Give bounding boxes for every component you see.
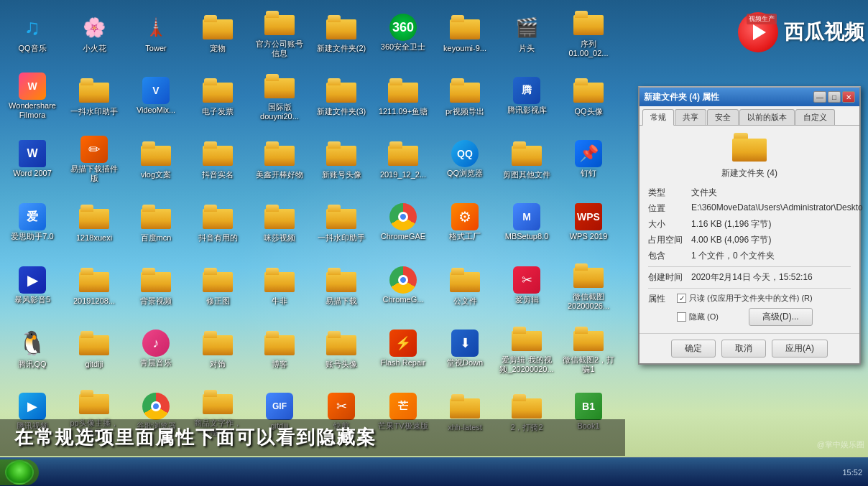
icon-keyoumi[interactable]: keyoumi-9... xyxy=(436,4,494,62)
icon-yishuiprint2[interactable]: 一抖水印助手 xyxy=(313,193,370,252)
icon-label-beijing-video: 背景视频 xyxy=(140,296,172,306)
xigua-logo[interactable]: 视频生产 西瓜视频 xyxy=(738,12,864,52)
icon-label-piantou: 片头 xyxy=(519,44,535,53)
icon-piantou[interactable]: 🎬 片头 xyxy=(498,4,555,62)
icon-official[interactable]: 官方公司账号信息 xyxy=(251,4,308,62)
dialog-value-location: E:\360MoveData\Users\Administrator\Deskt… xyxy=(691,202,863,215)
dialog-row-location: 位置 E:\360MoveData\Users\Administrator\De… xyxy=(648,202,851,215)
icon-360[interactable]: 360 360安全卫士 xyxy=(374,4,432,62)
icon-lielie[interactable]: 序列01.00_02... xyxy=(560,4,617,62)
dialog-advanced-button[interactable]: 高级(D)... xyxy=(749,308,813,326)
icon-label-yishui: 一抖水印助手 xyxy=(70,107,118,116)
icon-baidumcn[interactable]: 百度mcn xyxy=(127,193,185,252)
icon-label-baidumcn: 百度mcn xyxy=(141,233,172,243)
dialog-max-button[interactable]: □ xyxy=(828,91,841,103)
icon-1211[interactable]: 1211.09+鱼塘 xyxy=(374,67,432,126)
icon-qq-browser[interactable]: QQ QQ浏览器 xyxy=(436,130,494,189)
dialog-tab-general[interactable]: 常规 xyxy=(642,109,674,126)
dialog-tab-security[interactable]: 安全 xyxy=(707,109,739,125)
dialog-folder-icon xyxy=(732,133,767,162)
dialog-row-size: 大小 1.16 KB (1,196 字节) xyxy=(648,218,851,230)
desktop: ♫ QQ音乐 🌸 小火花 🗼 Tower 宠物 官方公司账号信息 新建文件夹(2… xyxy=(0,0,868,486)
icon-dianzi[interactable]: 电子发票 xyxy=(189,67,246,126)
dialog-min-button[interactable]: — xyxy=(813,91,826,103)
dialog-value-size: 1.16 KB (1,196 字节) xyxy=(691,218,851,230)
icon-chongwu[interactable]: 宠物 xyxy=(189,4,246,62)
icon-gongwenj[interactable]: 公文件 xyxy=(436,256,494,315)
icon-label-tengxunqq: 腾讯QQ xyxy=(18,360,46,369)
icon-label-yishuiprint2: 一抖水印助手 xyxy=(318,233,365,243)
dialog-divider xyxy=(648,266,851,267)
icon-label-aicaijian: 爱剪辑 xyxy=(515,295,539,304)
icon-videomix[interactable]: V VideoMix... xyxy=(127,67,185,126)
dialog-tabs: 常规 共享 安全 以前的版本 自定义 xyxy=(640,106,859,126)
xigua-play-icon xyxy=(753,24,766,40)
icon-aicaijian2[interactable]: 爱剪辑·我的视频_20200020... xyxy=(498,319,555,378)
icon-meishi[interactable]: 咪莎视频 xyxy=(251,193,308,252)
icon-1218xuexi[interactable]: 1218xuexi xyxy=(65,193,123,252)
icon-weixin-2[interactable]: 微信截图20200026... xyxy=(560,256,617,315)
icon-geshi[interactable]: ⚙ 格式工厂 xyxy=(436,193,494,252)
dialog-tab-share[interactable]: 共享 xyxy=(675,109,706,125)
icon-weixin-3[interactable]: 微信截图2，打骗1 xyxy=(560,319,617,378)
icon-yimiao-dl[interactable]: 易描下载 xyxy=(313,256,370,315)
icon-qq-avatar[interactable]: QQ头像 xyxy=(560,67,617,126)
dialog-close-button[interactable]: ✕ xyxy=(842,91,855,103)
icon-baofeng[interactable]: ▶ 暴风影音5 xyxy=(4,256,61,315)
icon-boke[interactable]: 博客 xyxy=(251,319,308,378)
dialog-apply-button[interactable]: 应用(A) xyxy=(772,340,828,358)
dialog-label-location: 位置 xyxy=(648,202,691,215)
dialog-cancel-button[interactable]: 取消 xyxy=(721,340,766,358)
icon-douyin-mingc[interactable]: 抖音实名 xyxy=(189,130,246,189)
icon-label-360: 360安全卫士 xyxy=(381,42,425,52)
icon-chrome-gae[interactable]: ChromeGAE xyxy=(374,193,432,252)
icon-prvideo[interactable]: pr视频导出 xyxy=(436,67,494,126)
icon-kuaidl[interactable]: ⬇ 堂视Down xyxy=(436,319,494,378)
icon-xiaohua[interactable]: 🌸 小火花 xyxy=(65,4,123,62)
icon-jiantu[interactable]: 剪图其他文件 xyxy=(498,130,555,189)
taskbar-start-button[interactable] xyxy=(0,459,39,485)
icon-meixing[interactable]: 美鑫开棒好物 xyxy=(251,130,308,189)
icon-dingding[interactable]: 📌 钉钉 xyxy=(560,130,617,189)
icon-xinpao[interactable]: 新账号头像 xyxy=(313,130,370,189)
icon-tengxunying[interactable]: 腾 腾讯影视库 xyxy=(498,67,555,126)
icon-aicaijian[interactable]: ✂ 爱剪辑 xyxy=(498,256,555,315)
icon-label-qingyuan-music: 青晨音乐 xyxy=(140,358,172,368)
icon-tengxunqq[interactable]: 🐧 腾讯QQ xyxy=(4,319,61,378)
icon-vlog[interactable]: vlog文案 xyxy=(127,130,185,189)
icon-tower[interactable]: 🗼 Tower xyxy=(127,4,185,62)
icon-niubi[interactable]: 牛非 xyxy=(251,256,308,315)
icon-duishi[interactable]: 对饰 xyxy=(189,319,246,378)
dialog-tab-previous[interactable]: 以前的版本 xyxy=(739,109,795,125)
icon-guojiban[interactable]: 国际版douyni20... xyxy=(251,67,308,126)
icon-label-duishi: 对饰 xyxy=(210,360,226,369)
icon-mbsetup[interactable]: M MBSetup8.0 xyxy=(498,193,555,252)
icon-label-douyin-mingc: 抖音实名 xyxy=(202,170,234,179)
icon-qq-music[interactable]: ♫ QQ音乐 xyxy=(4,4,61,62)
icon-flash-repair[interactable]: ⚡ Flash Repair xyxy=(374,319,432,378)
icon-new-folder-2[interactable]: 新建文件夹(2) xyxy=(313,4,370,62)
icon-qingyuan-music[interactable]: ♪ 青晨音乐 xyxy=(127,319,185,378)
icon-douyin-yong[interactable]: 抖音有用的 xyxy=(189,193,246,252)
icon-zhanghao-avatar[interactable]: 账号头像 xyxy=(313,319,370,378)
icon-label-weixin-2: 微信截图20200026... xyxy=(561,292,616,311)
icon-wondershare[interactable]: W Wondershare Filmora xyxy=(4,67,61,126)
dialog-tab-custom[interactable]: 自定义 xyxy=(795,109,835,125)
icon-2019-12[interactable]: 2019_12_2... xyxy=(374,130,432,189)
icon-yimiao[interactable]: ✏ 易描下载插件版 xyxy=(65,130,123,189)
icon-gitdiji[interactable]: gitdiji xyxy=(65,319,123,378)
icon-chrome-g[interactable]: ChromeG... xyxy=(374,256,432,315)
icon-new-folder-3[interactable]: 新建文件夹(3) xyxy=(313,67,370,126)
icon-wps2019[interactable]: WPS WPS 2019 xyxy=(560,193,617,252)
icon-xiuzhen[interactable]: 修正图 xyxy=(189,256,246,315)
checkbox-hidden-box[interactable] xyxy=(677,312,686,322)
icon-yishui[interactable]: 一抖水印助手 xyxy=(65,67,123,126)
checkbox-readonly-box[interactable]: ✓ xyxy=(677,294,686,303)
icon-word2007[interactable]: W Word 2007 xyxy=(4,130,61,189)
icon-label-prvideo: pr视频导出 xyxy=(445,107,484,116)
dialog-ok-button[interactable]: 确定 xyxy=(671,340,716,358)
icon-beijing-video[interactable]: 背景视频 xyxy=(127,256,185,315)
icon-20191208[interactable]: 20191208... xyxy=(65,256,123,315)
xigua-play-circle: 视频生产 xyxy=(738,12,778,52)
icon-aisi[interactable]: 爱 爱思助手7.0 xyxy=(4,193,61,252)
